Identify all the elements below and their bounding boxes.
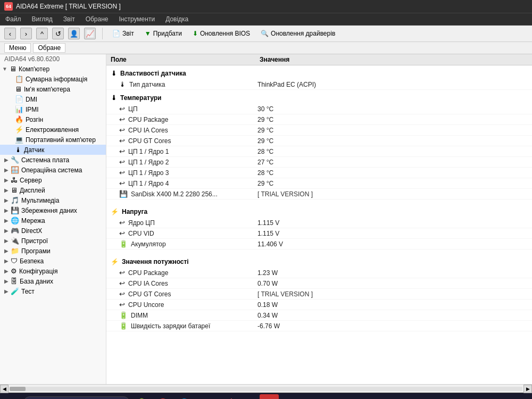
temp-cpupkg-icon: ↩ — [119, 115, 125, 123]
sidebar-item-directx[interactable]: ▶ 🎮 DirectX — [0, 226, 106, 236]
user-button[interactable]: 👤 — [68, 28, 80, 39]
sidebar-item-devices[interactable]: ▶ 🔌 Пристрої — [0, 236, 106, 246]
title-bar: 64 AIDA64 Extreme [ TRIAL VERSION ] — [0, 0, 532, 13]
sidebar-item-sensor[interactable]: 🌡 Датчик — [0, 145, 106, 155]
sidebar-item-programs[interactable]: ▶ 📁 Програми — [0, 246, 106, 256]
table-row: ↩ЦП 1 / Ядро 3 28 °C — [106, 168, 532, 178]
temp-cpuia-icon: ↩ — [119, 126, 125, 134]
taskbar-tree-icon[interactable]: 🌳 — [132, 394, 151, 400]
temp-cpugt-icon: ↩ — [119, 137, 125, 145]
menu-tools[interactable]: Інструменти — [117, 14, 157, 24]
menu-favorites[interactable]: Обране — [84, 14, 111, 24]
content-body: 🌡 Властивості датчика 🌡 Тип датчика Thin… — [106, 68, 532, 331]
windows-icon: ⊞ — [7, 397, 16, 400]
sidebar-item-config[interactable]: ▶ ⚙ Конфігурація — [0, 266, 106, 276]
sidebar-item-os[interactable]: ▶ 🪟 Операційна система — [0, 165, 106, 175]
forward-button[interactable]: › — [20, 28, 32, 39]
sidebar-item-motherboard[interactable]: ▶ 🔧 Системна плата — [0, 155, 106, 165]
sidebar-item-overclock[interactable]: 🔥 Розгін — [0, 114, 106, 124]
taskbar-circle-icon[interactable]: ⭕ — [153, 394, 172, 400]
content-header: Поле Значення — [106, 54, 532, 65]
temp-icon: 🌡 — [111, 94, 117, 102]
power-header: ⚡ Значення потужності — [106, 256, 532, 268]
report-button[interactable]: 📄 Звіт — [109, 29, 137, 38]
sidebar-item-multimedia[interactable]: ▶ 🎵 Мультимедіа — [0, 195, 106, 205]
driver-update-button[interactable]: 🔍 Оновлення драйверів — [257, 29, 338, 38]
bios-icon: ⬇ — [193, 30, 198, 37]
table-row: 🔋Акумулятор 11.406 V — [106, 239, 532, 250]
table-row: ↩CPU GT Cores 29 °C — [106, 136, 532, 146]
table-row: ↩CPU IA Cores 29 °C — [106, 125, 532, 136]
sidebar-item-portable[interactable]: 💻 Портативний комп'ютер — [0, 135, 106, 145]
table-row: ↩ЦП 1 / Ядро 2 27 °C — [106, 157, 532, 168]
menu-button[interactable]: Меню — [4, 43, 31, 53]
table-row: 🔋DIMM 0.34 W — [106, 310, 532, 321]
sidebar-item-ipmi[interactable]: 📊 IPMI — [0, 104, 106, 114]
taskbar-aida64-icon[interactable]: 64 — [260, 394, 279, 400]
horizontal-scrollbar[interactable]: ◀ ▶ — [0, 384, 532, 393]
sidebar-item-dmi[interactable]: 📄 DMI — [0, 94, 106, 104]
temp-ssd-icon: 💾 — [119, 190, 128, 198]
taskbar-search[interactable]: 🔍 — [23, 396, 130, 400]
scroll-thumb[interactable] — [10, 387, 26, 391]
refresh-button[interactable]: ↺ — [52, 28, 64, 39]
taskbar-folder-icon[interactable]: 📁 — [196, 394, 215, 400]
scroll-track — [10, 387, 522, 391]
sidebar-item-computer-name[interactable]: 🖥 Ім'я комп'ютера — [0, 84, 106, 94]
value-column-header: Значення — [260, 56, 528, 63]
bios-update-button[interactable]: ⬇ Оновлення BIOS — [189, 29, 253, 38]
app-icon: 64 — [4, 2, 13, 11]
sidebar-item-display[interactable]: ▶ 🖥 Дисплей — [0, 185, 106, 195]
sidebar-item-security[interactable]: ▶ 🛡 Безпека — [0, 256, 106, 266]
sidebar-item-database[interactable]: ▶ 🗄 База даних — [0, 276, 106, 286]
scroll-right-button[interactable]: ▶ — [523, 385, 532, 393]
menu-bar: Файл Вигляд Звіт Обране Інструменти Дові… — [0, 13, 532, 26]
stats-button[interactable]: 📈 — [84, 28, 96, 39]
buy-button[interactable]: ▼ Придбати — [142, 29, 185, 38]
table-row: ↩CPU GT Cores [ TRIAL VERSION ] — [106, 289, 532, 300]
voltage-icon: ⚡ — [111, 208, 119, 215]
table-row: ↩CPU VID 1.115 V — [106, 228, 532, 239]
pwr-uncore-icon: ↩ — [119, 301, 125, 309]
report-icon: 📄 — [112, 30, 120, 37]
menu-help[interactable]: Довідка — [163, 14, 190, 24]
volt-battery-icon: 🔋 — [119, 240, 128, 248]
sidebar-item-summary[interactable]: 📋 Сумарна інформація — [0, 74, 106, 84]
sidebar-item-power[interactable]: ⚡ Електроживлення — [0, 124, 106, 135]
expand-icon: ▼ — [2, 66, 7, 72]
sidebar-item-test[interactable]: ▶ 🧪 Тест — [0, 286, 106, 296]
driver-icon: 🔍 — [261, 30, 269, 37]
sidebar-item-computer[interactable]: ▼ 🖥 Комп'ютер — [0, 64, 106, 74]
main-layout: AIDA64 v6.80.6200 ▼ 🖥 Комп'ютер 📋 Сумарн… — [0, 54, 532, 384]
sidebar-label: Комп'ютер — [19, 65, 49, 73]
start-button[interactable]: ⊞ — [2, 394, 21, 400]
scroll-left-button[interactable]: ◀ — [0, 385, 9, 393]
favorites-button[interactable]: Обране — [33, 43, 65, 53]
up-button[interactable]: ^ — [36, 28, 48, 39]
table-row: ↩CPU Package 29 °C — [106, 114, 532, 125]
pwr-pkg-icon: ↩ — [119, 269, 125, 277]
taskbar: ⊞ 🔍 🌳 ⭕ 🌐 📁 🛒 ✉ 64 ☁ 13°C ^ — [0, 393, 532, 399]
temperatures-header: 🌡 Температури — [106, 92, 532, 104]
sensor-type-icon: 🌡 — [119, 80, 126, 88]
volt-core-icon: ↩ — [119, 219, 125, 227]
table-row: ↩CPU Package 1.23 W — [106, 268, 532, 278]
pwr-ia-icon: ↩ — [119, 279, 125, 287]
sidebar-item-storage[interactable]: ▶ 💾 Збереження даних — [0, 205, 106, 215]
table-row: ↩ЦП 1 / Ядро 1 28 °C — [106, 146, 532, 157]
menu-view[interactable]: Вигляд — [30, 14, 55, 24]
back-button[interactable]: ‹ — [4, 28, 16, 39]
sidebar-item-server[interactable]: ▶ 🖧 Сервер — [0, 175, 106, 185]
temp-core1-icon: ↩ — [119, 147, 125, 155]
taskbar-edge-icon[interactable]: 🌐 — [174, 394, 194, 400]
temp-core3-icon: ↩ — [119, 169, 125, 177]
voltages-header: ⚡ Напруга — [106, 206, 532, 218]
table-row: ↩ЦП 1 / Ядро 4 29 °C — [106, 178, 532, 189]
menu-report[interactable]: Звіт — [61, 14, 77, 24]
sidebar-item-network[interactable]: ▶ 🌐 Мережа — [0, 215, 106, 226]
taskbar-store-icon[interactable]: 🛒 — [217, 394, 236, 400]
taskbar-mail-icon[interactable]: ✉ — [238, 394, 257, 400]
menu-file[interactable]: Файл — [3, 14, 23, 24]
table-row: 💾SanDisk X400 M.2 2280 256... [ TRIAL VE… — [106, 189, 532, 200]
temp-core4-icon: ↩ — [119, 179, 125, 187]
